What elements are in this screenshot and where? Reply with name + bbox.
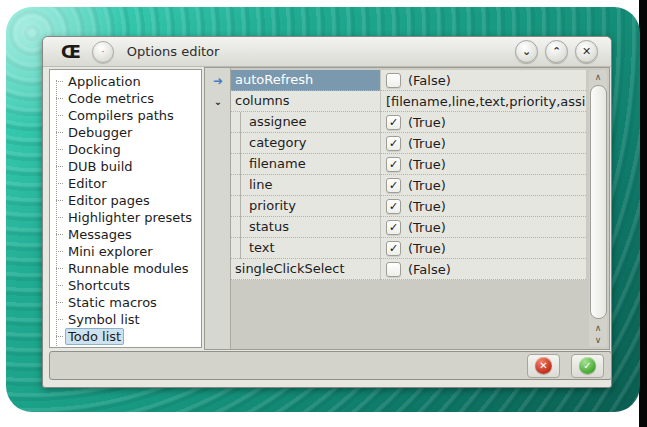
property-name[interactable]: filename [231,154,380,175]
sidebar-item-label: Application [65,73,144,90]
property-value: [filename,line,text,priority,assigne [380,91,586,112]
checkbox-checked[interactable]: ✓ [386,115,401,130]
property-value: ✓(True) [380,196,586,217]
accept-button[interactable]: ✓ [571,354,604,378]
sidebar-item-label: Runnable modules [65,260,192,277]
checkbox-unchecked[interactable] [386,73,401,88]
sidebar-item-symbol-list[interactable]: Symbol list [50,311,201,328]
property-row-columns[interactable]: columns[filename,line,text,priority,assi… [231,91,586,112]
value-text: (True) [408,241,446,256]
sidebar-item-dub-build[interactable]: DUB build [50,158,201,175]
property-name[interactable]: assignee [231,112,380,133]
sidebar-item-docking[interactable]: Docking [50,141,201,158]
sidebar-item-label: Code metrics [65,90,157,107]
value-text: (True) [408,115,446,130]
property-name[interactable]: text [231,238,380,259]
shade-button[interactable]: ⌄ [515,40,538,63]
scroll-up-icon[interactable]: ∧ [589,71,607,83]
property-value: ✓(True) [380,217,586,238]
accept-icon: ✓ [579,357,596,374]
sidebar-item-debugger[interactable]: Debugger [50,124,201,141]
cancel-button[interactable]: ✕ [527,354,560,378]
sidebar-item-label: Docking [65,141,124,158]
expanded-chevron-icon[interactable]: ⌄ [210,91,226,112]
app-logo-icon: Œ [61,42,79,62]
property-name[interactable]: singleClickSelect [231,259,380,280]
titlebar-buttons: ⌄⌃✕ [515,40,598,63]
checkbox-checked[interactable]: ✓ [386,241,401,256]
value-text: (False) [408,73,451,88]
property-name[interactable]: columns [231,91,380,112]
maximize-button[interactable]: ⌃ [545,40,568,63]
property-value: (False) [380,70,586,91]
property-name[interactable]: category [231,133,380,154]
checkbox-checked[interactable]: ✓ [386,136,401,151]
selected-row-arrow-icon: ➜ [210,70,226,91]
checkbox-checked[interactable]: ✓ [386,220,401,235]
property-name[interactable]: status [231,217,380,238]
sidebar-item-label: DUB build [65,158,136,175]
vertical-scrollbar[interactable]: ∧ ∧ ∨ [589,70,607,347]
sidebar-item-messages[interactable]: Messages [50,226,201,243]
value-text: (True) [408,157,446,172]
property-grid-gutter: ➜⌄ [205,68,231,349]
sidebar-item-mini-explorer[interactable]: Mini explorer [50,243,201,260]
property-value: ✓(True) [380,154,586,175]
titlebar[interactable]: Œ · Options editor ⌄⌃✕ [43,37,611,67]
sidebar-item-label: Editor pages [65,192,153,209]
sidebar-item-todo-list[interactable]: Todo list [50,328,201,345]
sidebar-item-label: Mini explorer [65,243,156,260]
sidebar-item-editor-pages[interactable]: Editor pages [50,192,201,209]
sidebar-item-code-metrics[interactable]: Code metrics [50,90,201,107]
property-name[interactable]: autoRefresh [231,70,380,91]
desktop-background-strip [639,0,647,427]
scrollbar-thumb[interactable] [590,85,607,319]
property-row-singleClickSelect[interactable]: singleClickSelect(False) [231,259,586,280]
window-menu-button[interactable]: · [92,41,114,63]
sidebar-item-label: Messages [65,226,135,243]
category-tree: ApplicationCode metricsCompilers pathsDe… [50,70,201,345]
sidebar-item-static-macros[interactable]: Static macros [50,294,201,311]
property-row-priority[interactable]: priority✓(True) [231,196,586,217]
checkbox-checked[interactable]: ✓ [386,178,401,193]
options-editor-window: Œ · Options editor ⌄⌃✕ ApplicationCode m… [42,36,612,388]
category-list-panel: ApplicationCode metricsCompilers pathsDe… [49,69,202,348]
property-row-assignee[interactable]: assignee✓(True) [231,112,586,133]
sidebar-item-label: Highlighter presets [65,209,195,226]
dialog-footer: ✕✓ [49,351,612,380]
property-row-line[interactable]: line✓(True) [231,175,586,196]
property-name[interactable]: line [231,175,380,196]
value-text: (True) [408,136,446,151]
property-row-status[interactable]: status✓(True) [231,217,586,238]
property-name[interactable]: priority [231,196,380,217]
cancel-icon: ✕ [535,357,552,374]
property-row-autoRefresh[interactable]: autoRefresh(False) [231,70,586,91]
property-value: ✓(True) [380,175,586,196]
property-value: (False) [380,259,586,280]
sidebar-item-label: Symbol list [65,311,143,328]
checkbox-checked[interactable]: ✓ [386,157,401,172]
scroll-up2-icon[interactable]: ∧ [589,322,607,334]
sidebar-item-runnable-modules[interactable]: Runnable modules [50,260,201,277]
sidebar-item-shortcuts[interactable]: Shortcuts [50,277,201,294]
sidebar-item-highlighter-presets[interactable]: Highlighter presets [50,209,201,226]
sidebar-item-editor[interactable]: Editor [50,175,201,192]
sidebar-item-compilers-paths[interactable]: Compilers paths [50,107,201,124]
property-row-text[interactable]: text✓(True) [231,238,586,259]
sidebar-item-label: Static macros [65,294,160,311]
property-row-category[interactable]: category✓(True) [231,133,586,154]
property-grid-rows: autoRefresh(False)columns[filename,line,… [231,70,586,280]
scroll-down-icon[interactable]: ∨ [589,334,607,346]
sidebar-item-application[interactable]: Application [50,73,201,90]
sidebar-item-label: Shortcuts [65,277,133,294]
sidebar-item-label: Editor [65,175,109,192]
property-row-filename[interactable]: filename✓(True) [231,154,586,175]
checkbox-unchecked[interactable] [386,262,401,277]
close-button[interactable]: ✕ [575,40,598,63]
checkbox-checked[interactable]: ✓ [386,199,401,214]
value-text: (True) [408,199,446,214]
property-value: ✓(True) [380,238,586,259]
property-grid: ➜⌄ autoRefresh(False)columns[filename,li… [204,67,610,350]
value-text: (True) [408,220,446,235]
value-text: (True) [408,178,446,193]
